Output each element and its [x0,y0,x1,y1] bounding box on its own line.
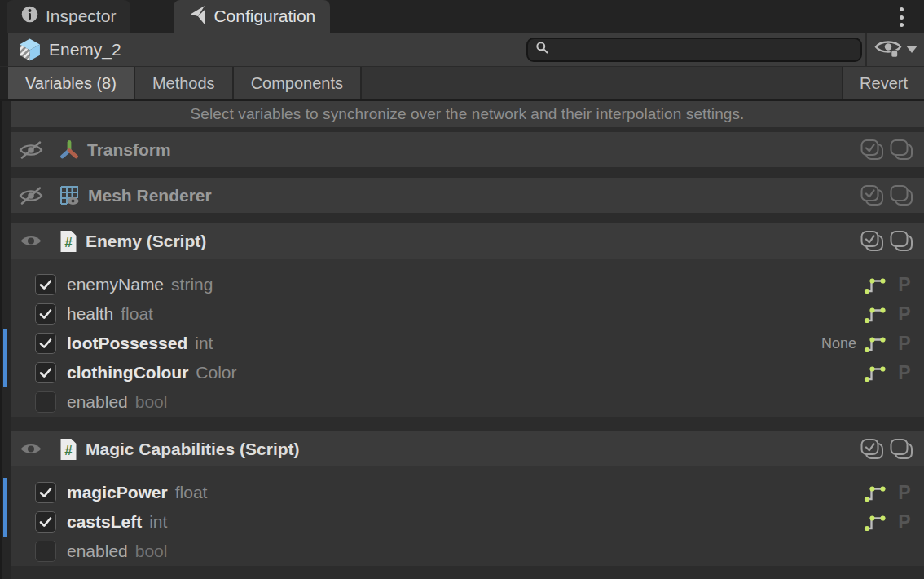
prediction-toggle[interactable]: P [896,362,913,384]
variable-checkbox[interactable] [35,303,56,325]
sync-graph-icon[interactable] [864,483,887,502]
prediction-toggle[interactable]: P [896,511,913,533]
variable-row-castsleft: castsLeftintP [11,507,924,537]
variable-row-controls: P [864,362,913,384]
section-gap [11,213,924,223]
section-gap [11,417,924,431]
variable-row-enabled: enabledbool [11,537,924,566]
search-input[interactable] [554,42,847,58]
select-all-checkbox-icon[interactable] [860,230,885,253]
select-all-checkbox-icon[interactable] [860,139,885,161]
variables-panel: Select variables to synchronize over the… [0,101,924,579]
variable-row-health: healthfloatP [11,299,924,329]
variable-name: enabled [67,541,128,561]
variable-row-enabled: enabledbool [11,387,924,417]
variable-checkbox[interactable] [35,274,56,295]
transform-icon [59,139,80,161]
variable-row-enemyname: enemyNamestringP [11,270,924,299]
prediction-toggle[interactable]: P [896,482,913,504]
revert-button-label: Revert [860,74,908,93]
variable-row-controls: NoneP [821,333,913,355]
variable-checkbox[interactable] [35,391,56,413]
select-all-checkbox-icon[interactable] [860,184,885,207]
toolbar-spacer [362,67,842,99]
section-gap [11,566,924,579]
selection-indicator-bar [3,478,7,507]
variable-name: enemyName [67,275,164,294]
variable-list: magicPowerfloatPcastsLeftintPenabledbool [11,466,924,566]
visibility-dropdown[interactable] [865,33,924,66]
eye-open-icon[interactable] [17,440,45,458]
component-name: Transform [87,140,171,160]
component-name: Mesh Renderer [88,186,212,206]
eye-visibility-icon [874,37,902,62]
object-name: Enemy_2 [49,40,121,60]
variable-row-clothingcolour: clothingColourColorP [11,358,924,387]
section-gap [11,167,924,178]
selection-indicator-bar [3,358,7,387]
component-header-actions [860,438,914,461]
component-header-transform: Transform [11,132,924,167]
mesh-renderer-icon [59,184,81,206]
sync-graph-icon[interactable] [864,304,887,324]
prediction-toggle[interactable]: P [896,274,913,296]
tab-methods[interactable]: Methods [135,67,234,99]
window-tab-bar: Inspector Configuration [0,0,924,33]
revert-button[interactable]: Revert [842,67,924,99]
variable-name: health [67,304,113,324]
sync-graph-icon[interactable] [864,363,887,382]
eye-off-icon[interactable] [17,186,45,206]
svg-text:#: # [64,235,73,250]
prediction-toggle[interactable]: P [896,303,913,325]
variable-checkbox[interactable] [35,362,56,383]
component-header-actions [860,139,914,161]
tab-configuration-label: Configuration [213,7,315,26]
interpolation-value-label[interactable]: None [821,335,856,352]
deselect-all-checkbox-icon[interactable] [889,438,914,461]
csharp-script-icon: # [59,438,78,461]
eye-off-icon[interactable] [17,140,45,160]
sync-graph-icon[interactable] [864,334,887,353]
eye-open-icon[interactable] [17,232,45,250]
variable-checkbox[interactable] [35,511,56,533]
variable-checkbox[interactable] [35,541,56,562]
deselect-all-checkbox-icon[interactable] [889,230,914,253]
component-name: Magic Capabilities (Script) [86,440,300,459]
configuration-logo-icon [188,4,206,29]
search-box[interactable] [526,38,862,62]
component-header-actions [860,184,914,207]
deselect-all-checkbox-icon[interactable] [889,184,914,207]
variable-type: int [149,512,167,532]
component-header-enemy-script: #Enemy (Script) [11,223,924,259]
variable-row-controls: P [864,303,913,325]
variable-name: magicPower [67,483,168,502]
tab-inspector-label: Inspector [46,7,116,26]
variable-row-lootpossessed: lootPossessedintNoneP [11,329,924,358]
tab-methods-label: Methods [152,74,215,93]
variable-checkbox[interactable] [35,482,56,503]
component-header-magic-capabilities-script: #Magic Capabilities (Script) [11,431,924,466]
variable-checkbox[interactable] [35,333,56,354]
hint-bar: Select variables to synchronize over the… [11,101,924,127]
variable-name: lootPossessed [67,334,187,353]
tab-components[interactable]: Components [234,67,362,99]
variable-row-controls: P [864,482,913,504]
select-all-checkbox-icon[interactable] [860,438,885,461]
tab-inspector[interactable]: Inspector [7,0,130,33]
sync-graph-icon[interactable] [864,275,887,294]
hint-text: Select variables to synchronize over the… [191,105,745,123]
tab-variables[interactable]: Variables (8) [8,67,135,99]
sync-graph-icon[interactable] [864,512,887,532]
variable-name: clothingColour [67,363,188,382]
variable-name: enabled [67,392,128,412]
info-icon [21,6,38,27]
variable-type: int [195,334,213,353]
tab-configuration[interactable]: Configuration [174,0,330,33]
tab-variables-label: Variables (8) [25,74,117,93]
kebab-menu-icon[interactable] [893,7,909,28]
selection-indicator-bar [3,329,7,358]
prefab-cube-icon [18,38,42,61]
svg-text:#: # [64,443,73,458]
prediction-toggle[interactable]: P [896,333,913,355]
deselect-all-checkbox-icon[interactable] [889,139,914,161]
